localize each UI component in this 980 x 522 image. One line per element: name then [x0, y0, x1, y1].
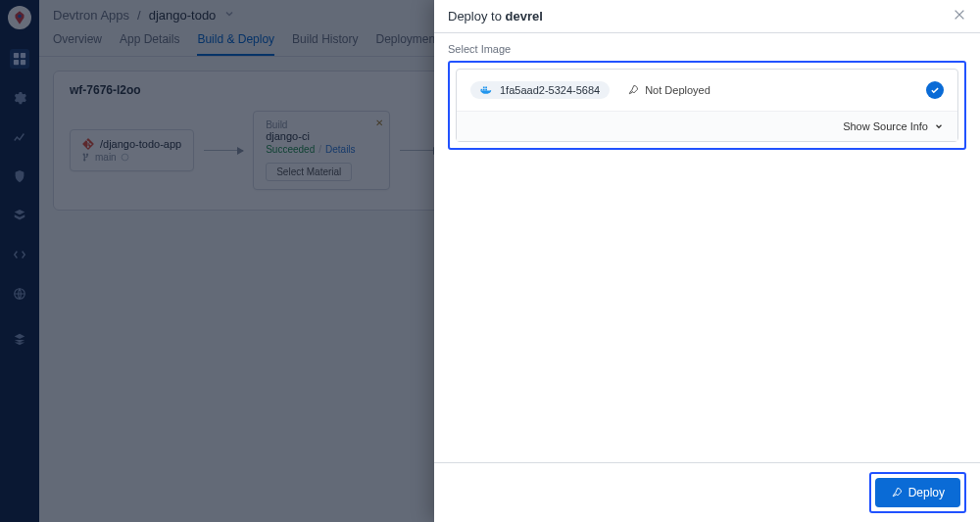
svg-rect-10 [483, 87, 485, 89]
svg-rect-8 [483, 89, 485, 91]
chevron-down-icon [934, 121, 944, 131]
deploy-button-highlight: Deploy [869, 472, 966, 513]
drawer-footer: Deploy [434, 462, 980, 522]
svg-rect-9 [485, 89, 487, 91]
close-button[interactable] [953, 8, 966, 24]
image-tag-chip[interactable]: 1fa5aad2-5324-5684 [470, 81, 610, 99]
drawer-body: Select Image 1fa5aad2-5324-5684 Not Dep [434, 33, 980, 462]
image-selection-highlight: 1fa5aad2-5324-5684 Not Deployed Show Sou… [448, 61, 966, 150]
deploy-button-label: Deploy [908, 486, 945, 499]
deploy-button[interactable]: Deploy [875, 478, 960, 507]
drawer-title: Deploy to devrel [448, 9, 543, 24]
drawer-title-env: devrel [506, 9, 543, 24]
check-icon [930, 85, 940, 95]
drawer-header: Deploy to devrel [434, 0, 980, 33]
svg-rect-11 [485, 87, 487, 89]
close-icon [953, 8, 966, 22]
image-card[interactable]: 1fa5aad2-5324-5684 Not Deployed Show Sou… [456, 69, 958, 142]
rocket-icon [627, 84, 639, 96]
image-deploy-status: Not Deployed [627, 84, 710, 96]
rocket-icon [891, 487, 903, 498]
select-image-label: Select Image [448, 43, 966, 55]
show-source-label: Show Source Info [843, 120, 928, 132]
show-source-info-toggle[interactable]: Show Source Info [457, 111, 957, 141]
docker-icon [480, 85, 494, 95]
image-row: 1fa5aad2-5324-5684 Not Deployed [457, 70, 957, 111]
deploy-drawer: Deploy to devrel Select Image 1fa5aad2-5… [434, 0, 980, 522]
drawer-title-prefix: Deploy to [448, 9, 506, 24]
image-status-text: Not Deployed [645, 84, 710, 96]
image-tag: 1fa5aad2-5324-5684 [500, 84, 600, 96]
image-selected-check[interactable] [926, 81, 944, 99]
svg-rect-7 [481, 89, 483, 91]
image-info: 1fa5aad2-5324-5684 Not Deployed [470, 81, 710, 99]
